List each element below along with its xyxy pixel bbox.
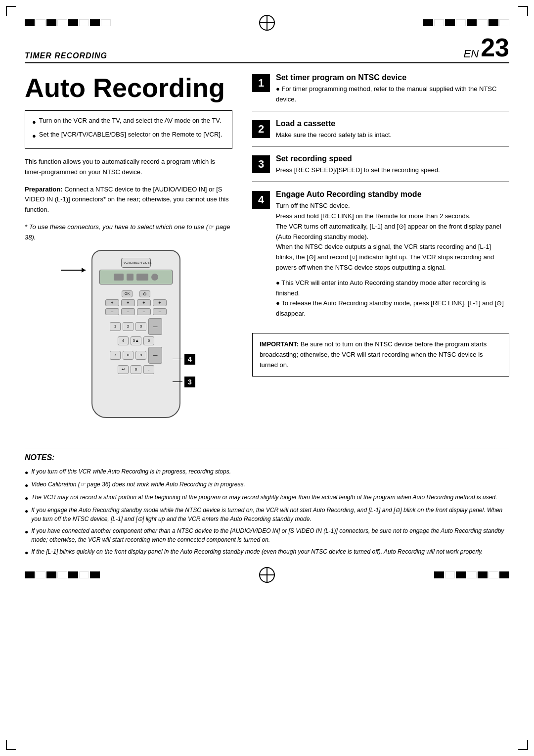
note-item: ●If you have connected another component…: [25, 526, 509, 544]
notes-section: NOTES: ●If you turn off this VCR while A…: [25, 448, 509, 557]
note-bullet: ●: [25, 481, 28, 490]
step-text-3: Press [REC SPEED]/[SPEED] to set the rec…: [276, 165, 509, 176]
two-column-layout: Auto Recording ● Turn on the VCR and the…: [25, 73, 509, 433]
reg-block: [68, 19, 78, 26]
step-title-2: Load a cassette: [276, 119, 509, 128]
corner-tr: [518, 6, 528, 16]
step-number-4: 4: [252, 191, 270, 209]
reg-block: [467, 19, 477, 26]
num-3: 3: [135, 322, 146, 331]
num-0: 0: [131, 365, 141, 374]
bullet-item-1: ● Turn on the VCR and the TV, and select…: [32, 116, 225, 128]
num-5a: 5▲: [131, 336, 141, 345]
note-item: ●If you engage the Auto Recording standb…: [25, 506, 509, 523]
dial-vcr: VCR: [124, 261, 130, 264]
reg-strip-bottom-right: [434, 571, 509, 578]
display-element: [127, 274, 134, 281]
reg-block: [36, 19, 45, 26]
page-container: TIMER RECORDING EN 23 Auto Recording ● T…: [0, 0, 534, 756]
note-bullet: ●: [25, 494, 28, 503]
preparation-label: Preparation:: [25, 186, 63, 193]
reg-block: [489, 19, 498, 26]
step-text-1: ● For timer programming method, refer to…: [276, 84, 509, 105]
btn-big-right: —: [148, 318, 162, 335]
left-column: Auto Recording ● Turn on the VCR and the…: [25, 73, 232, 433]
note-text-2: The VCR may not record a short portion a…: [31, 493, 497, 503]
corner-br: [518, 740, 528, 750]
label-line: [173, 359, 182, 359]
page-number-area: EN 23: [464, 35, 509, 60]
reg-block: [456, 19, 466, 26]
bottom-reg-strip: [25, 567, 509, 583]
dial-tv: *TV: [139, 261, 144, 264]
selector-arrow: [61, 270, 86, 271]
btn-minus-4: −: [153, 308, 167, 315]
note-bullet: ●: [25, 468, 28, 477]
step-4-line1: Turn off the NTSC device.: [276, 201, 509, 211]
reg-block: [46, 19, 56, 26]
ok-row: OK ⊙: [96, 290, 176, 297]
step-4-line4: When the NTSC device outputs a signal, t…: [276, 242, 509, 273]
step-label-3: 3: [184, 377, 195, 387]
label-4-area: 4: [173, 354, 195, 365]
note-text-0: If you turn off this VCR while Auto Reco…: [31, 467, 231, 477]
step-text-4a: Turn off the NTSC device. Press and hold…: [276, 201, 509, 273]
reg-block: [90, 571, 100, 578]
bullet-text-1: Turn on the VCR and the TV, and select t…: [39, 116, 222, 128]
selector-dial: VCR CABLE *TV /DBS: [121, 258, 151, 268]
note-text-3: If you engage the Auto Recording standby…: [31, 506, 509, 523]
reg-block: [423, 19, 433, 26]
reg-block: [489, 571, 498, 578]
step-4-line3: The VCR turns off automatically, [L-1] a…: [276, 222, 509, 242]
btn-minus-2: −: [121, 308, 135, 315]
note-item: ●If the [L-1] blinks quickly on the fron…: [25, 547, 509, 557]
dial-dbs: /DBS: [144, 261, 151, 264]
note-text-4: If you have connected another component …: [31, 526, 509, 544]
step-4-bullet2: ● To release the Auto Recording standby …: [276, 298, 509, 319]
label-line: [173, 381, 182, 382]
reg-block: [101, 19, 111, 26]
step-title-1: Set timer program on NTSC device: [276, 73, 509, 82]
step-number-1: 1: [252, 74, 270, 92]
step-4: 4 Engage Auto Recording standby mode Tur…: [252, 190, 509, 325]
numpad-row3: 7 8 9 —: [96, 347, 176, 364]
step-number-2: 2: [252, 120, 270, 138]
page-number: 23: [481, 35, 509, 60]
btn-plus-2: +: [121, 299, 135, 306]
step-content-2: Load a cassette Make sure the record saf…: [276, 119, 509, 141]
remote-image: VCR CABLE *TV /DBS: [57, 250, 200, 428]
section-label: TIMER RECORDING: [25, 51, 107, 60]
reg-block: [79, 571, 89, 578]
num-4: 4: [118, 336, 129, 345]
bullet-item-2: ● Set the [VCR/TV/CABLE/DBS] selector on…: [32, 130, 225, 142]
minus-row: − − − −: [96, 308, 176, 315]
note-bullet: ●: [25, 507, 28, 523]
bottom-registration-mark: [259, 567, 275, 583]
bullet-box: ● Turn on the VCR and the TV, and select…: [25, 110, 232, 149]
bullet-text-2: Set the [VCR/TV/CABLE/DBS] selector on t…: [39, 130, 222, 142]
btn-minus-1: −: [105, 308, 119, 315]
selector-area: VCR CABLE *TV /DBS: [92, 251, 179, 268]
step-1: 1 Set timer program on NTSC device ● For…: [252, 73, 509, 111]
btn-plus-1: +: [105, 299, 119, 306]
label-3-area: 3: [173, 377, 195, 387]
num-1: 1: [110, 322, 121, 331]
en-label: EN: [464, 47, 479, 60]
reg-strip-bottom-left: [25, 571, 100, 578]
reg-block: [467, 571, 477, 578]
center-registration-mark: [259, 15, 275, 31]
step-label-4: 4: [184, 354, 195, 365]
plus-row: + + + +: [96, 299, 176, 306]
remote-body: VCR CABLE *TV /DBS: [91, 250, 180, 418]
note-item: ●The VCR may not record a short portion …: [25, 493, 509, 503]
reg-block: [57, 571, 67, 578]
step-labels: 4 3: [173, 354, 195, 387]
step-2: 2 Load a cassette Make sure the record s…: [252, 119, 509, 147]
num-dot: .: [143, 365, 154, 374]
num-7: 7: [110, 351, 121, 360]
numpad-row1: 1 2 3 —: [96, 318, 176, 335]
numpad-row2: 4 5▲ 6: [96, 336, 176, 345]
step-3: 3 Set recording speed Press [REC SPEED]/…: [252, 154, 509, 182]
step-title-4: Engage Auto Recording standby mode: [276, 190, 509, 199]
display-element: [136, 274, 148, 281]
